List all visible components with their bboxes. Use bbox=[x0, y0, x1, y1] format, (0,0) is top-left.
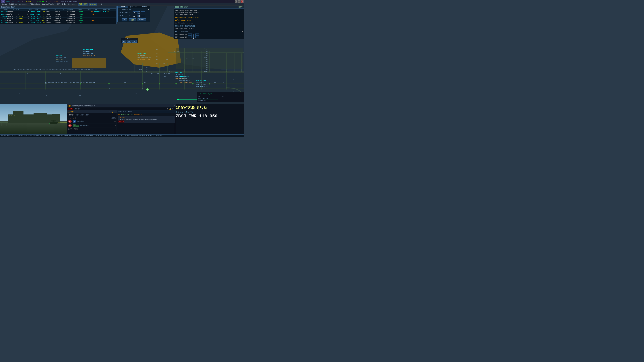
tab-day[interactable]: 日榜 bbox=[75, 114, 79, 116]
dep-down-arrow[interactable]: ▼ bbox=[138, 16, 140, 17]
menu-airspace[interactable]: AirSpace bbox=[18, 3, 28, 6]
dep-up-btn[interactable]: ▲ bbox=[193, 36, 194, 37]
menu-controltools[interactable]: ControlTools bbox=[41, 3, 55, 6]
menu-met[interactable]: MET bbox=[56, 3, 61, 6]
arr-runway-label: ARR Runway 15 bbox=[118, 12, 132, 13]
menu-info[interactable]: Info bbox=[61, 3, 67, 6]
star-count: ★ 0 bbox=[72, 117, 74, 119]
live-header: LIVE 直播暂停 ⚙ 🔒 ⤴ ✕ bbox=[67, 107, 176, 110]
fr-sid-2: UKM01D bbox=[55, 13, 64, 15]
timer-2m[interactable]: 2M bbox=[127, 40, 132, 42]
fr-entr-5: UKMIS bbox=[45, 20, 54, 22]
menu-m[interactable]: M bbox=[97, 3, 100, 6]
fr-dep-6: ZBSJ bbox=[31, 22, 37, 24]
live-share-icon[interactable]: ⤴ bbox=[172, 108, 173, 110]
cancel-button[interactable]: Cancel bbox=[138, 18, 146, 21]
live-lock-icon[interactable]: 🔒 bbox=[169, 108, 171, 110]
tab-month[interactable]: 月榜 bbox=[85, 114, 89, 116]
fr-i-6: I bbox=[28, 22, 31, 24]
flight-row-uea2798[interactable]: UEA2798 A320/M 0 TAXI I ZBSJ ZSHC 15 UKM… bbox=[0, 22, 116, 24]
timer-3m[interactable]: 3M bbox=[132, 40, 137, 42]
rwy-alloc-expand[interactable]: ▼ bbox=[242, 30, 243, 33]
fr-i-5: I bbox=[27, 20, 30, 22]
fr-entr-6: UKMIS bbox=[46, 22, 55, 24]
flight-row-lke9857[interactable]: LKE9857 A20N/M 0 TAXI I ZBSJ ZSHC 15 UKM… bbox=[0, 17, 116, 20]
close-button[interactable]: ✕ bbox=[241, 0, 244, 3]
svg-point-56 bbox=[50, 121, 58, 124]
chat-expand-btn[interactable]: › bbox=[174, 105, 175, 107]
arr-down-arrow[interactable]: ▼ bbox=[138, 12, 140, 14]
svg-rect-7 bbox=[0, 88, 244, 89]
svg-rect-33 bbox=[176, 48, 243, 69]
tab-qnh[interactable]: QNH 1017 bbox=[128, 6, 139, 8]
user-v-badge: K V 2 bbox=[72, 124, 79, 127]
menu-flightdata[interactable]: FlightData bbox=[29, 3, 41, 6]
status-bar: UEA2798 (UNITED EAGLE/鹰联): A320 I:3037 Z… bbox=[0, 134, 244, 137]
fr-cs-6: UEA2798 bbox=[1, 22, 7, 24]
col-assr: ASSR bbox=[69, 9, 78, 10]
flight-row-ein20j[interactable]: EIN20J A333/H 0 I ZBSJ ZSHC 15 UKMIS UKM… bbox=[0, 13, 116, 15]
timer-buttons: 1M 2M 3M bbox=[122, 40, 137, 42]
fr-reqt-1: 7000 bbox=[79, 11, 88, 13]
live-settings-icon[interactable]: ⚙ bbox=[167, 108, 168, 110]
users-settings[interactable]: ⚙ bbox=[110, 111, 110, 113]
fr-i-2: I bbox=[28, 13, 30, 15]
fr-sid-4: UKM9ZD bbox=[55, 18, 64, 19]
allocation-expand[interactable]: ▼ bbox=[148, 9, 149, 10]
tab-zbsj[interactable]: ZBSJ bbox=[118, 6, 128, 8]
menu-7[interactable]: [7] bbox=[83, 3, 88, 6]
fr-sts-2: 0 bbox=[18, 13, 28, 15]
arr-up-arrow[interactable]: ▲ bbox=[138, 11, 140, 12]
ok-button[interactable]: Ok bbox=[122, 18, 127, 21]
avatar-badge-2: 粉 bbox=[69, 125, 70, 126]
tab-week[interactable]: 周榜 bbox=[80, 114, 84, 116]
arr-down-btn[interactable]: ▼ bbox=[193, 35, 194, 35]
maximize-button[interactable]: □ bbox=[238, 0, 240, 3]
fr-sid-6: UKM9ZD bbox=[55, 22, 64, 24]
ofa32-callsign: OFA32 TAXI bbox=[175, 71, 187, 73]
col-spad: S/PAD bbox=[106, 9, 116, 10]
minimize-button[interactable]: ─ bbox=[235, 0, 238, 3]
avatar-text-1: 粉 bbox=[69, 120, 70, 122]
tab-online[interactable]: 在线榜 bbox=[68, 114, 74, 116]
callsign-display: ZBSJ_TWR [TWR] bbox=[6, 0, 20, 2]
dep-runway-input[interactable] bbox=[133, 15, 138, 17]
ces-line3: 0087>ILS 124 bbox=[198, 97, 243, 99]
show-more-btn[interactable]: 立即查看 bbox=[118, 120, 124, 122]
event-label: 直播小助手: bbox=[118, 117, 174, 118]
uea2798-l3: ZSHC A20N M TXT bbox=[196, 85, 208, 87]
arr-arrows: ▲ ▼ bbox=[138, 11, 140, 14]
fr-sid-1: UKM01D bbox=[55, 11, 64, 13]
arr-runway-input[interactable] bbox=[133, 11, 138, 14]
ein20j-callsign: EIN20J PUSH bbox=[138, 52, 151, 54]
dep-down-btn[interactable]: ▼ bbox=[193, 37, 194, 38]
right-line1: ZBSJ-ZSHC bbox=[176, 110, 242, 114]
fr-sid-3: UKM9ZD bbox=[55, 15, 64, 17]
notam-line2: W142 DALIM A593 DPX A470 OF bbox=[175, 11, 243, 14]
users-close[interactable]: ✕ bbox=[114, 111, 116, 113]
menu-settings[interactable]: Settings bbox=[8, 3, 18, 6]
flight-row-eva1024[interactable]: EVA1024 B77W/H 0 PUSH I ZBSJ ZSHC 15 UKM… bbox=[0, 15, 116, 17]
menu-s[interactable]: S bbox=[100, 3, 103, 6]
arr-up-btn[interactable]: ▲ bbox=[193, 34, 194, 34]
fr-type-1: A320/M bbox=[7, 11, 16, 13]
flight-row-csc8618[interactable]: CSC8618 A320/M I ZBSJ ZSHC 15 UKMIS UKM0… bbox=[0, 11, 116, 13]
fr-dep-1: ZBSJ bbox=[31, 11, 37, 13]
apply-button[interactable]: Apply bbox=[129, 18, 136, 21]
flight-row-ofa32[interactable]: OFA32 A359/H I ZBSJ ZSHC 15 UKMIS UKM9ZD… bbox=[0, 20, 116, 22]
menu-status[interactable]: Status bbox=[88, 3, 96, 6]
live-close-btn[interactable]: ✕ bbox=[174, 108, 175, 110]
fr-type-3: B77W/H bbox=[7, 15, 16, 17]
fr-type-4: A20N/M bbox=[7, 18, 16, 19]
dep-runway-label: DEP Runway 15 bbox=[118, 15, 132, 17]
timer-1m[interactable]: 1M bbox=[122, 40, 126, 42]
arr-rwy-label: ARR Runway 15 bbox=[175, 33, 187, 36]
tab-notam[interactable]: NOTAM bbox=[139, 6, 150, 8]
notam-line3: W95 SAPIN A470 IGRAT bbox=[175, 14, 243, 16]
users-lock[interactable]: 🔒 bbox=[112, 111, 114, 113]
menu-setup[interactable]: Setup bbox=[1, 3, 8, 6]
dep-up-arrow[interactable]: ▲ bbox=[138, 14, 140, 16]
menu-0[interactable]: [0] bbox=[78, 3, 83, 6]
menu-messages[interactable]: Messages bbox=[68, 3, 78, 6]
send-gift-btn[interactable]: 发贡献 bbox=[112, 117, 116, 119]
